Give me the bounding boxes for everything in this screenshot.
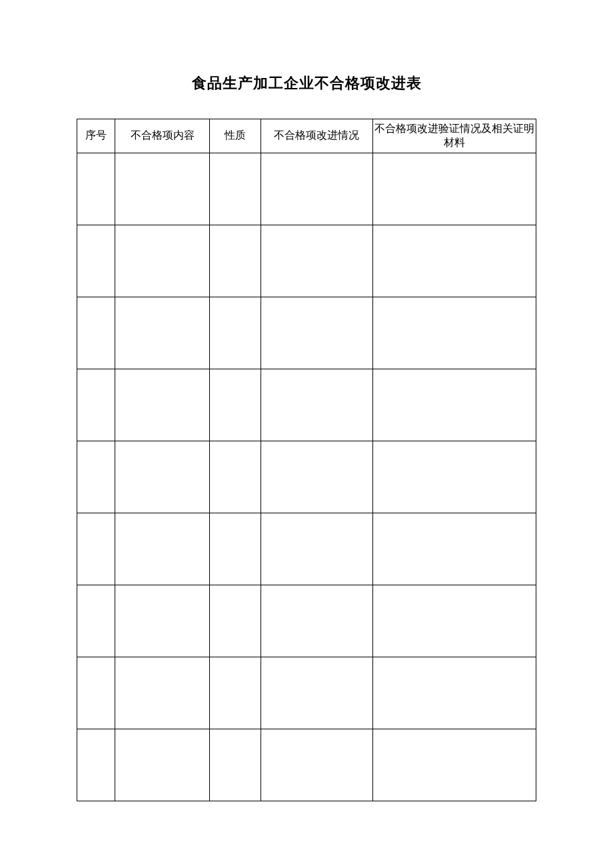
header-content: 不合格项内容 bbox=[115, 119, 210, 153]
cell-verification bbox=[372, 729, 536, 801]
cell-nature bbox=[210, 441, 261, 513]
document-title: 食品生产加工企业不合格项改进表 bbox=[77, 73, 536, 93]
table-row bbox=[77, 513, 536, 585]
cell-content bbox=[115, 513, 210, 585]
cell-nature bbox=[210, 225, 261, 297]
table-row bbox=[77, 585, 536, 657]
table-row bbox=[77, 297, 536, 369]
cell-content bbox=[115, 153, 210, 225]
cell-content bbox=[115, 369, 210, 441]
improvement-table: 序号 不合格项内容 性质 不合格项改进情况 不合格项改进验证情况及相关证明材料 bbox=[77, 119, 536, 801]
table-row bbox=[77, 153, 536, 225]
cell-improvement bbox=[261, 153, 372, 225]
cell-nature bbox=[210, 657, 261, 729]
cell-nature bbox=[210, 153, 261, 225]
cell-nature bbox=[210, 585, 261, 657]
cell-content bbox=[115, 297, 210, 369]
cell-improvement bbox=[261, 729, 372, 801]
table-row bbox=[77, 729, 536, 801]
cell-improvement bbox=[261, 513, 372, 585]
cell-content bbox=[115, 225, 210, 297]
cell-seq bbox=[77, 513, 115, 585]
cell-improvement bbox=[261, 225, 372, 297]
cell-seq bbox=[77, 369, 115, 441]
cell-verification bbox=[372, 153, 536, 225]
header-verification: 不合格项改进验证情况及相关证明材料 bbox=[372, 119, 536, 153]
cell-verification bbox=[372, 297, 536, 369]
cell-improvement bbox=[261, 297, 372, 369]
cell-improvement bbox=[261, 441, 372, 513]
header-seq: 序号 bbox=[77, 119, 115, 153]
table-row bbox=[77, 369, 536, 441]
cell-seq bbox=[77, 441, 115, 513]
cell-seq bbox=[77, 225, 115, 297]
cell-improvement bbox=[261, 369, 372, 441]
header-nature: 性质 bbox=[210, 119, 261, 153]
cell-nature bbox=[210, 297, 261, 369]
cell-verification bbox=[372, 441, 536, 513]
cell-content bbox=[115, 585, 210, 657]
table-header-row: 序号 不合格项内容 性质 不合格项改进情况 不合格项改进验证情况及相关证明材料 bbox=[77, 119, 536, 153]
cell-verification bbox=[372, 657, 536, 729]
table-body bbox=[77, 153, 536, 801]
cell-verification bbox=[372, 585, 536, 657]
cell-nature bbox=[210, 513, 261, 585]
cell-verification bbox=[372, 369, 536, 441]
cell-seq bbox=[77, 153, 115, 225]
cell-nature bbox=[210, 729, 261, 801]
cell-verification bbox=[372, 225, 536, 297]
cell-improvement bbox=[261, 585, 372, 657]
cell-nature bbox=[210, 369, 261, 441]
table-row bbox=[77, 441, 536, 513]
table-row bbox=[77, 225, 536, 297]
cell-content bbox=[115, 729, 210, 801]
table-row bbox=[77, 657, 536, 729]
cell-content bbox=[115, 657, 210, 729]
cell-seq bbox=[77, 657, 115, 729]
header-improvement: 不合格项改进情况 bbox=[261, 119, 372, 153]
cell-content bbox=[115, 441, 210, 513]
cell-improvement bbox=[261, 657, 372, 729]
cell-seq bbox=[77, 585, 115, 657]
cell-verification bbox=[372, 513, 536, 585]
cell-seq bbox=[77, 729, 115, 801]
cell-seq bbox=[77, 297, 115, 369]
